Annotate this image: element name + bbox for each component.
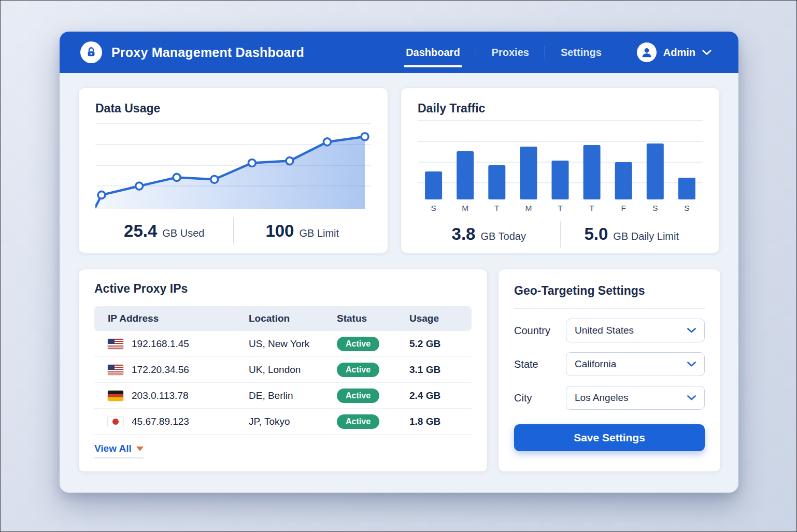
status-cell: Active	[337, 414, 409, 429]
status-cell: Active	[337, 363, 409, 377]
chevron-down-icon	[687, 328, 696, 333]
ip-cell: 172.20.34.56	[94, 364, 249, 376]
svg-text:S: S	[652, 204, 658, 212]
svg-text:T: T	[558, 204, 563, 212]
data-usage-card: Data Usage 25.4 GB Used 100 GB Limit	[78, 88, 388, 253]
status-cell: Active	[337, 337, 409, 351]
data-usage-stats: 25.4 GB Used 100 GB Limit	[95, 209, 371, 253]
app-logo	[80, 41, 102, 63]
table-row: 172.20.34.56 UK, London Active 3.1 GB	[94, 357, 472, 383]
flag-icon-us	[108, 339, 123, 349]
geo-fields: Country United States State California C…	[514, 319, 705, 410]
data-usage-chart	[95, 121, 371, 209]
avatar	[637, 42, 657, 62]
field-label-city: City	[514, 392, 566, 404]
ip-cell: 45.67.89.123	[94, 416, 249, 427]
header-nav: DashboardProxiesSettings	[390, 46, 617, 59]
status-badge: Active	[337, 414, 379, 429]
table-row: 192.168.1.45 US, New York Active 5.2 GB	[94, 331, 472, 357]
limit-value: 100	[265, 221, 294, 241]
daily-limit-value: 5.0	[584, 224, 608, 244]
state-select[interactable]: California	[566, 352, 705, 376]
status-badge: Active	[337, 337, 379, 351]
user-name: Admin	[663, 47, 695, 59]
location-cell: DE, Berlin	[249, 390, 337, 401]
ip-address: 192.168.1.45	[132, 338, 189, 350]
flag-icon-jp	[108, 416, 123, 427]
active-proxies-card: Active Proxy IPs IP AddressLocationStatu…	[78, 269, 488, 472]
limit-label: GB Limit	[299, 227, 339, 239]
field-label-country: Country	[514, 325, 566, 337]
used-label: GB Used	[162, 227, 204, 239]
flag-icon-us	[108, 365, 123, 375]
app-header: Proxy Management Dashboard DashboardProx…	[60, 32, 738, 73]
flag-icon-de	[108, 391, 123, 401]
ip-cell: 192.168.1.45	[94, 338, 249, 350]
selected-value: California	[575, 358, 616, 370]
tab-proxies[interactable]: Proxies	[476, 47, 545, 59]
city-select[interactable]: Los Angeles	[566, 386, 705, 410]
location-cell: US, New York	[249, 338, 337, 350]
table-row: 203.0.113.78 DE, Berlin Active 2.4 GB	[94, 383, 472, 409]
location-cell: UK, London	[249, 364, 337, 376]
svg-text:M: M	[462, 204, 468, 212]
chevron-down-icon	[687, 362, 696, 367]
location-cell: JP, Tokyo	[249, 416, 337, 427]
user-menu[interactable]: Admin	[637, 42, 711, 62]
tab-dashboard[interactable]: Dashboard	[390, 47, 475, 59]
svg-text:T: T	[494, 204, 500, 212]
daily-limit-label: GB Daily Limit	[613, 231, 679, 242]
daily-limit-stat: 5.0 GB Daily Limit	[561, 224, 703, 244]
active-proxies-title: Active Proxy IPs	[94, 282, 472, 296]
save-settings-button[interactable]: Save Settings	[514, 424, 705, 451]
app-window: Proxy Management Dashboard DashboardProx…	[60, 32, 738, 493]
view-all-link[interactable]: View All	[94, 443, 144, 458]
user-icon	[640, 46, 653, 59]
svg-text:T: T	[589, 204, 594, 212]
tab-settings[interactable]: Settings	[545, 47, 617, 59]
ip-address: 45.67.89.123	[132, 416, 189, 427]
ip-cell: 203.0.113.78	[94, 390, 249, 401]
usage-cell: 3.1 GB	[409, 364, 472, 376]
daily-traffic-stats: 3.8 GB Today 5.0 GB Daily Limit	[418, 215, 703, 253]
daily-traffic-chart: SMTMTTFSS	[418, 118, 703, 215]
today-label: GB Today	[480, 231, 525, 242]
status-cell: Active	[337, 389, 409, 403]
field-label-state: State	[514, 358, 566, 370]
column-header-usage: Usage	[409, 313, 472, 324]
svg-text:F: F	[621, 204, 625, 212]
usage-cell: 1.8 GB	[409, 416, 472, 427]
table-row: 45.67.89.123 JP, Tokyo Active 1.8 GB	[94, 409, 472, 435]
selected-value: Los Angeles	[575, 392, 629, 404]
geo-field: Country United States	[514, 319, 705, 342]
svg-text:M: M	[525, 204, 532, 212]
chevron-down-icon	[687, 395, 696, 400]
data-usage-title: Data Usage	[95, 102, 371, 116]
status-badge: Active	[337, 389, 379, 403]
proxy-table-head: IP AddressLocationStatusUsage	[94, 306, 472, 331]
usage-cell: 5.2 GB	[409, 338, 472, 350]
usage-cell: 2.4 GB	[409, 390, 472, 401]
column-header-ip-address: IP Address	[94, 313, 249, 324]
daily-traffic-title: Daily Traffic	[418, 102, 703, 116]
geo-field: City Los Angeles	[514, 386, 705, 410]
country-select[interactable]: United States	[566, 319, 705, 342]
column-header-status: Status	[337, 313, 409, 324]
geo-targeting-card: Geo-Targeting Settings Country United St…	[498, 269, 721, 472]
geo-field: State California	[514, 352, 705, 376]
status-badge: Active	[337, 363, 379, 377]
chevron-down-icon	[702, 50, 711, 55]
used-stat: 25.4 GB Used	[95, 221, 233, 241]
ip-address: 203.0.113.78	[132, 390, 189, 401]
daily-traffic-card: Daily Traffic SMTMTTFSS 3.8 GB Today 5.0…	[401, 88, 720, 253]
limit-stat: 100 GB Limit	[234, 221, 372, 241]
today-stat: 3.8 GB Today	[418, 224, 560, 244]
proxy-table-body: 192.168.1.45 US, New York Active 5.2 GB …	[94, 331, 472, 435]
column-header-location: Location	[249, 313, 337, 324]
lock-icon	[86, 47, 97, 58]
geo-targeting-title: Geo-Targeting Settings	[514, 284, 705, 309]
svg-text:S: S	[684, 204, 689, 212]
today-value: 3.8	[452, 224, 476, 244]
svg-text:S: S	[431, 204, 436, 212]
used-value: 25.4	[124, 221, 157, 241]
